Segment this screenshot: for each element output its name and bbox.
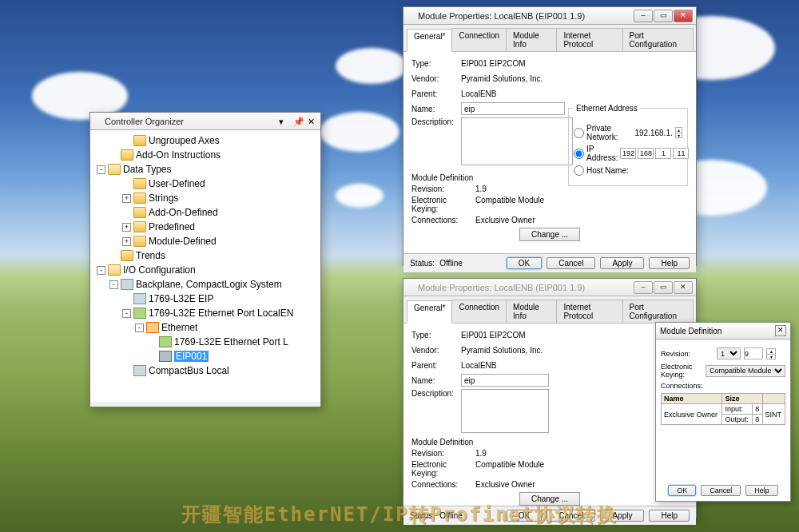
tree-view[interactable]: Ungrouped Axes Add-On Instructions -Data…	[90, 130, 320, 402]
apply-button[interactable]: Apply	[600, 257, 644, 269]
group-title: Ethernet Address	[574, 104, 640, 113]
dropdown-icon[interactable]: ▾	[279, 117, 288, 126]
tree-item-l32e-port2[interactable]: 1769-L32E Ethernet Port L	[93, 335, 320, 349]
tree-item-compactbus[interactable]: CompactBus Local	[93, 363, 320, 378]
tree-label: Ethernet	[161, 322, 197, 333]
ip-octet-2[interactable]	[638, 148, 654, 159]
tab-connection[interactable]: Connection	[451, 28, 507, 51]
ekeying-select[interactable]: Compatible Module	[706, 365, 785, 377]
connections-table[interactable]: NameSize Exclusive Owner Input: 8 SINT O…	[661, 393, 785, 425]
module-properties-window-2: Module Properties: LocalENB (EIP001 1.9)…	[403, 278, 697, 518]
expander-icon[interactable]: +	[122, 237, 131, 246]
tab-strip: General* Connection Module Info Internet…	[403, 296, 696, 324]
tree-item-ungrouped-axes[interactable]: Ungrouped Axes	[93, 133, 320, 148]
close-icon[interactable]: ✕	[308, 117, 317, 126]
ip-octet-4[interactable]	[673, 148, 689, 159]
tree-label: 1769-L32E Ethernet Port LocalEN	[149, 308, 293, 319]
expander-icon[interactable]: -	[135, 324, 144, 332]
revision-minor-input[interactable]	[744, 347, 763, 359]
expander-icon[interactable]: -	[109, 280, 118, 289]
tab-module-info[interactable]: Module Info	[506, 300, 557, 323]
revision-value: 1.9	[475, 449, 487, 458]
parent-label: Parent:	[411, 361, 461, 370]
expander-icon[interactable]: +	[122, 223, 131, 232]
name-input[interactable]	[461, 102, 565, 115]
private-network-radio[interactable]	[574, 128, 584, 138]
tab-general[interactable]: General*	[407, 300, 452, 324]
expander-icon[interactable]: -	[97, 266, 105, 275]
help-button[interactable]: Help	[649, 257, 690, 269]
tree-label: Predefined	[149, 221, 195, 232]
tab-module-info[interactable]: Module Info	[506, 28, 557, 51]
ip-address-input[interactable]	[620, 148, 689, 159]
tree-item-data-types[interactable]: -Data Types	[93, 162, 320, 177]
name-input[interactable]	[461, 374, 549, 387]
output-value[interactable]: 8	[753, 415, 762, 425]
expander-icon[interactable]: +	[122, 194, 131, 203]
ekeying-label: Electronic Keying:	[411, 196, 475, 213]
tab-port-config[interactable]: Port Configuration	[622, 300, 694, 323]
maximize-button[interactable]: ▭	[654, 281, 673, 294]
ip-octet-1[interactable]	[620, 148, 636, 159]
pin-icon[interactable]: 📌	[293, 117, 303, 126]
tree-label: I/O Configuration	[123, 264, 196, 276]
tree-item-addon-defined[interactable]: Add-On-Defined	[93, 205, 320, 220]
minimize-button[interactable]: –	[634, 10, 653, 22]
cancel-button[interactable]: Cancel	[547, 257, 595, 269]
description-textarea[interactable]	[461, 389, 549, 433]
tree-item-addon-instructions[interactable]: Add-On Instructions	[93, 148, 320, 162]
parent-value: LocalENB	[461, 89, 688, 98]
tree-label: Add-On-Defined	[149, 207, 218, 218]
tree-item-ethernet[interactable]: -Ethernet	[93, 320, 320, 335]
cancel-button[interactable]: Cancel	[701, 485, 741, 496]
tree-item-user-defined[interactable]: User-Defined	[93, 177, 320, 191]
tree-item-io-config[interactable]: -I/O Configuration	[93, 263, 320, 277]
tree-item-eip001[interactable]: EIP001	[93, 349, 320, 363]
tab-port-config[interactable]: Port Configuration	[622, 28, 694, 51]
host-name-radio[interactable]	[574, 165, 584, 176]
window-titlebar[interactable]: Module Properties: LocalENB (EIP001 1.9)…	[403, 279, 696, 296]
tree-item-trends[interactable]: Trends	[93, 248, 320, 263]
tab-general[interactable]: General*	[407, 29, 452, 52]
change-button[interactable]: Change ...	[519, 228, 580, 241]
ip-address-radio[interactable]	[574, 149, 584, 159]
close-button[interactable]: ✕	[674, 281, 693, 294]
tab-connection[interactable]: Connection	[451, 300, 507, 323]
data-type[interactable]: SINT	[762, 404, 785, 425]
tree-label: CompactBus Local	[149, 365, 229, 376]
tree-item-strings[interactable]: +Strings	[93, 191, 320, 205]
tab-internet-protocol[interactable]: Internet Protocol	[556, 300, 622, 323]
conn-name[interactable]: Exclusive Owner	[662, 404, 722, 425]
expander-icon[interactable]: -	[97, 165, 105, 174]
minimize-button[interactable]: –	[634, 281, 653, 294]
host-name-label: Host Name:	[586, 166, 629, 175]
ip-octet-3[interactable]	[655, 148, 671, 159]
description-textarea[interactable]	[461, 117, 573, 165]
tree-item-module-defined[interactable]: +Module-Defined	[93, 234, 320, 248]
ok-button[interactable]: OK	[507, 257, 542, 269]
window-titlebar[interactable]: Module Properties: LocalENB (EIP001 1.9)…	[403, 7, 696, 25]
maximize-button[interactable]: ▭	[654, 10, 673, 22]
tree-label: 1769-L32E EIP	[149, 293, 213, 304]
module-definition-dialog: Module Definition ✕ Revision: 1 ▴▾ Elect…	[655, 322, 791, 502]
ok-button[interactable]: OK	[668, 485, 696, 496]
expander-icon[interactable]: -	[122, 309, 131, 318]
tree-item-backplane[interactable]: -Backplane, CompactLogix System	[93, 277, 320, 292]
spinner[interactable]: ▴▾	[675, 127, 682, 138]
window-titlebar[interactable]: Controller Organizer ▾ 📌 ✕	[90, 113, 320, 130]
tree-item-predefined[interactable]: +Predefined	[93, 220, 320, 234]
status-value: Offline	[439, 259, 463, 268]
status-label: Status:	[410, 259, 435, 268]
revision-major-select[interactable]: 1	[717, 347, 741, 359]
input-label: Input:	[722, 404, 753, 415]
close-button[interactable]: ✕	[775, 325, 786, 336]
tree-item-l32e-port[interactable]: -1769-L32E Ethernet Port LocalEN	[93, 306, 320, 320]
input-value[interactable]: 8	[753, 404, 762, 415]
spinner[interactable]: ▴▾	[766, 348, 776, 359]
tree-item-l32e-eip[interactable]: 1769-L32E EIP	[93, 292, 320, 306]
parent-label: Parent:	[411, 89, 461, 98]
help-button[interactable]: Help	[745, 485, 778, 496]
close-button[interactable]: ✕	[674, 10, 693, 22]
tab-internet-protocol[interactable]: Internet Protocol	[556, 28, 622, 51]
dialog-titlebar[interactable]: Module Definition ✕	[656, 323, 790, 339]
